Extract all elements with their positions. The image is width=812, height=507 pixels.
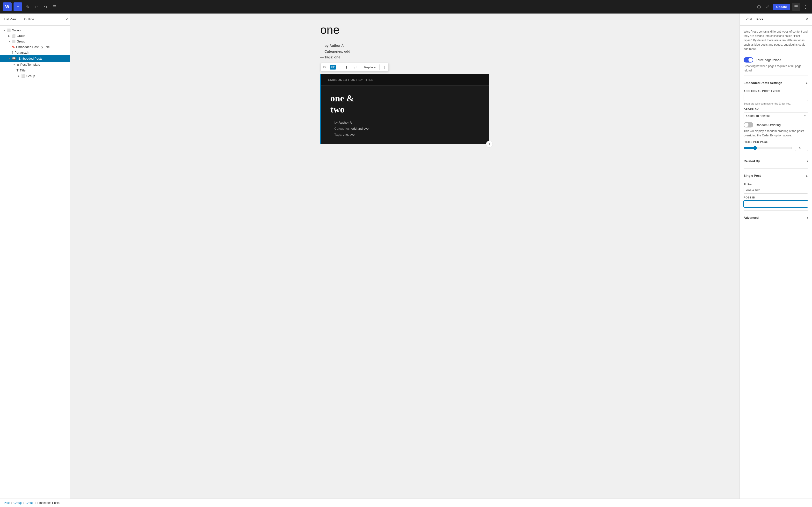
embedded-inner-post: one &two — by Author A — Categories: odd… (321, 86, 489, 144)
drag-handle-button[interactable]: ⠿ (337, 64, 343, 71)
tree-toggle-template[interactable]: ▾ (12, 63, 16, 66)
embedded-posts-block[interactable]: ⧉ EP ⠿ ⬆ ⇄ Replace ⋮ Embedded Post By Ti… (320, 74, 489, 144)
post-main-title: one (320, 23, 489, 37)
tree-toggle-ep[interactable]: ▾ (7, 57, 12, 60)
order-by-select[interactable]: Oldest to newest Newest to oldest Alphab… (744, 112, 808, 119)
post-author-meta: — by Author A (320, 44, 489, 48)
left-panel-close-button[interactable]: × (63, 15, 70, 24)
tree-label-group1: Group (12, 29, 68, 32)
tree-item-embedded-post-by-title[interactable]: 🔖 Embedded Post By Title (0, 44, 70, 50)
additional-post-types-input[interactable] (744, 94, 808, 101)
embedded-posts-settings-header[interactable]: Embedded Posts Settings ▲ (744, 79, 808, 87)
single-post-header[interactable]: Single Post ▲ (744, 171, 808, 180)
title-icon: T (16, 68, 18, 72)
items-per-page-slider[interactable] (744, 146, 793, 150)
items-per-page-label: ITEMS PER PAGE (744, 140, 808, 144)
tree-label-template: Post Template (20, 63, 68, 66)
tree-item-group3[interactable]: ▾ ⬜ Group (0, 39, 70, 44)
add-block-button[interactable]: + (13, 2, 22, 11)
tree-item-group4[interactable]: ▶ ⬜ Group (0, 73, 70, 79)
block-tree: ▾ ⬜ Group ▶ ⬜ Group ▾ ⬜ Group 🔖 Embedded… (0, 25, 70, 499)
post-types-info: WordPress contains different types of co… (744, 30, 808, 51)
ep-icon: EP (12, 57, 16, 60)
additional-post-types-label: ADDITIONAL POST TYPES (744, 90, 808, 93)
update-button[interactable]: Update (773, 4, 790, 10)
advanced-label: Advanced (744, 216, 759, 219)
breadcrumb-group1[interactable]: Group (13, 501, 21, 505)
advanced-header[interactable]: Advanced ▾ (744, 213, 808, 222)
outline-tab[interactable]: Outline (20, 13, 38, 25)
tree-item-group2[interactable]: ▶ ⬜ Group (0, 33, 70, 39)
toolbar-divider3 (360, 64, 360, 70)
post-tags-value: one (334, 55, 340, 59)
tab-post[interactable]: Post (744, 13, 754, 25)
post-id-input[interactable] (744, 201, 808, 207)
epbt-icon: 🔖 (12, 45, 15, 49)
embedded-cats-meta: — Categories: odd and even (331, 127, 479, 130)
tree-label-group2: Group (17, 34, 68, 38)
divider5 (744, 210, 808, 211)
view-button[interactable]: ⬡ (756, 3, 762, 11)
wp-logo: W (3, 2, 12, 11)
undo-button[interactable]: ↩ (33, 3, 40, 11)
tree-label-epbt: Embedded Post By Title (16, 45, 68, 49)
tree-label-group3: Group (17, 40, 68, 43)
list-view-tab[interactable]: List View (0, 13, 20, 25)
copy-block-button[interactable]: ⧉ (321, 64, 328, 71)
tree-item-title[interactable]: T Title (0, 67, 70, 73)
force-reload-desc: Browsing between pages requires a full p… (744, 64, 808, 73)
add-block-below-button[interactable]: + (486, 141, 493, 148)
ep-block-icon[interactable]: EP (330, 65, 336, 69)
preview-button[interactable]: ⤢ (764, 3, 771, 11)
force-reload-knob (749, 58, 753, 62)
tab-block[interactable]: Block (754, 13, 765, 25)
random-ordering-toggle[interactable] (744, 122, 753, 127)
post-tags-meta: — Tags: one (320, 55, 489, 59)
post-categories-meta: — Categories: odd (320, 50, 489, 53)
group2-icon: ⬜ (12, 34, 15, 38)
tree-more-ep[interactable]: ⋮ (62, 56, 68, 61)
tree-label-title: Title (20, 68, 68, 72)
edit-button[interactable]: ✎ (24, 3, 31, 11)
tree-item-paragraph[interactable]: ¶ Paragraph (0, 50, 70, 55)
force-reload-row: Force page reload (744, 57, 808, 62)
tree-item-group1[interactable]: ▾ ⬜ Group (0, 27, 70, 33)
embedded-block-label: Embedded Post By Title (328, 78, 481, 81)
items-per-page-number[interactable] (795, 145, 808, 151)
more-options-button[interactable]: ⋮ (802, 3, 809, 11)
left-panel-header: List View Outline × (0, 13, 70, 25)
related-by-label: Related By (744, 159, 760, 163)
main-toolbar: W + ✎ ↩ ↪ ☰ ⬡ ⤢ Update ☰ ⋮ (0, 0, 812, 13)
related-by-chevron: ▾ (807, 160, 808, 163)
title-input[interactable] (744, 187, 808, 193)
breadcrumb-sep2: › (23, 501, 24, 505)
tree-toggle-group1[interactable]: ▾ (2, 29, 7, 32)
left-panel: List View Outline × ▾ ⬜ Group ▶ ⬜ Group … (0, 13, 70, 499)
breadcrumb: Post › Group › Group › Embedded Posts (0, 499, 812, 507)
breadcrumb-group2[interactable]: Group (26, 501, 33, 505)
post-author-value: Author A (329, 44, 344, 48)
embedded-posts-settings-label: Embedded Posts Settings (744, 81, 782, 85)
transform-button[interactable]: ⇄ (352, 64, 359, 71)
group3-icon: ⬜ (12, 40, 15, 43)
list-view-button[interactable]: ☰ (51, 3, 58, 11)
order-by-label: ORDER BY (744, 108, 808, 111)
content-area: one — by Author A — Categories: odd — Ta… (70, 13, 740, 499)
redo-button[interactable]: ↪ (42, 3, 49, 11)
more-block-options-button[interactable]: ⋮ (380, 64, 388, 71)
post-cats-value: odd (344, 50, 350, 53)
tree-toggle-group2[interactable]: ▶ (7, 35, 12, 37)
breadcrumb-post[interactable]: Post (4, 501, 10, 505)
replace-button[interactable]: Replace (361, 64, 378, 70)
tree-item-post-template[interactable]: ▾ ▦ Post Template (0, 62, 70, 67)
related-by-header[interactable]: Related By ▾ (744, 157, 808, 165)
tree-item-embedded-posts[interactable]: ▾ EP Embedded Posts ⋮ (0, 55, 70, 62)
settings-icon-button[interactable]: ☰ (792, 3, 800, 11)
move-block-button[interactable]: ⬆ (343, 64, 350, 71)
right-panel-close-button[interactable]: × (806, 17, 808, 22)
force-reload-toggle[interactable] (744, 57, 753, 62)
tree-toggle-group4[interactable]: ▶ (16, 74, 21, 77)
tree-toggle-group3[interactable]: ▾ (7, 40, 12, 43)
tree-label-ep: Embedded Posts (18, 57, 62, 60)
single-post-label: Single Post (744, 174, 761, 177)
